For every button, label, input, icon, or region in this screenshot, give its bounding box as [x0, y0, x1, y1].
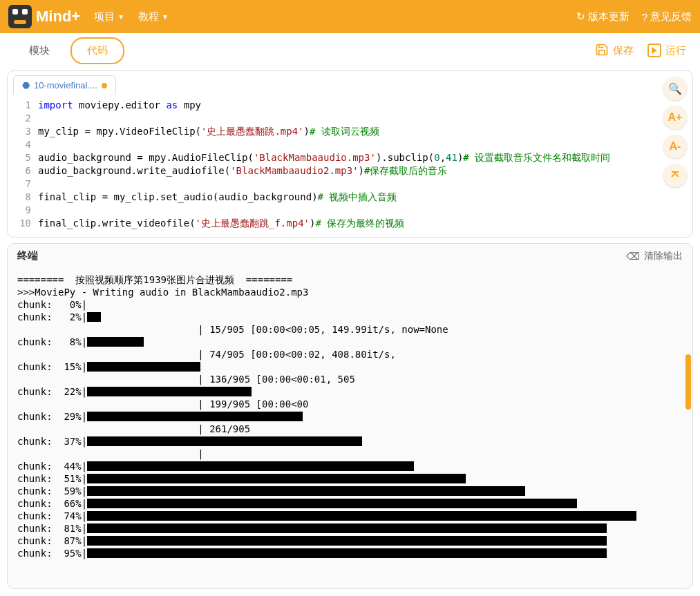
editor-pane: ⬣ 10-moviefinal.... 12345678910 import m… [7, 70, 693, 238]
code-content[interactable]: import moviepy.editor as mpy my_clip = m… [38, 99, 692, 230]
terminal-title: 终端 [17, 249, 38, 262]
chevron-down-icon: ▼ [117, 13, 124, 21]
editor-side-tools: 🔍 A+ A- [663, 77, 687, 187]
terminal-output[interactable]: ======== 按照视频顺序第1939张图片合进视频 ========>>>M… [8, 268, 692, 588]
toolbar: 模块 代码 保存 运行 [0, 33, 700, 68]
menu-project[interactable]: 项目 ▼ [94, 10, 124, 23]
app-header: Mind+ 项目 ▼ 教程 ▼ ↻ 版本更新 ? 意见反馈 [0, 0, 700, 33]
file-name: 10-moviefinal.... [34, 80, 97, 90]
tab-code[interactable]: 代码 [70, 37, 124, 64]
eraser-icon: ⌫ [626, 251, 640, 262]
font-increase-button[interactable]: A+ [663, 106, 687, 129]
python-icon: ⬣ [22, 80, 30, 90]
scrollbar-thumb[interactable] [685, 354, 691, 410]
file-tab[interactable]: ⬣ 10-moviefinal.... [13, 75, 116, 95]
code-editor[interactable]: 12345678910 import moviepy.editor as mpy… [8, 95, 692, 237]
line-gutter: 12345678910 [8, 99, 38, 230]
clear-output-button[interactable]: ⌫ 清除输出 [626, 250, 683, 262]
dirty-indicator-icon [102, 83, 107, 88]
font-decrease-button[interactable]: A- [663, 135, 687, 158]
search-button[interactable]: 🔍 [663, 77, 687, 100]
logo: Mind+ [8, 5, 80, 28]
menu-tutorial[interactable]: 教程 ▼ [138, 10, 169, 23]
chevron-down-icon: ▼ [162, 13, 169, 21]
terminal-pane: 终端 ⌫ 清除输出 ======== 按照视频顺序第1939张图片合进视频 ==… [7, 243, 693, 589]
question-icon: ? [642, 11, 647, 23]
run-button[interactable]: 运行 [647, 43, 686, 59]
logo-icon [8, 5, 32, 28]
svg-marker-0 [652, 47, 657, 54]
logo-text: Mind+ [36, 8, 80, 26]
version-update-link[interactable]: ↻ 版本更新 [576, 10, 630, 23]
save-icon [595, 43, 609, 59]
feedback-link[interactable]: ? 意见反馈 [642, 10, 692, 23]
tab-blocks[interactable]: 模块 [14, 39, 65, 63]
save-button[interactable]: 保存 [595, 43, 634, 59]
collapse-button[interactable] [663, 164, 687, 187]
play-icon [647, 44, 661, 57]
history-icon: ↻ [576, 10, 585, 23]
